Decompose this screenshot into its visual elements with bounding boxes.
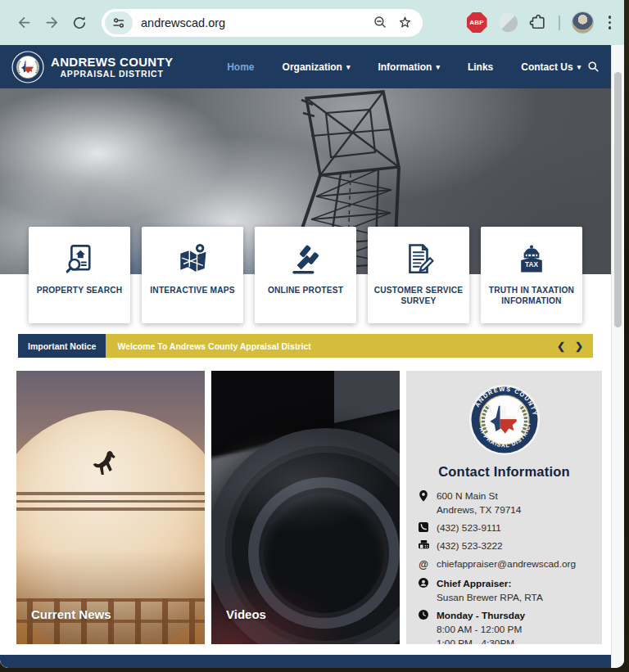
search-icon	[587, 61, 600, 73]
reload-icon	[71, 15, 88, 31]
notice-label: Important Notice	[18, 334, 106, 358]
browser-window: andrewscad.org ABP	[0, 0, 624, 668]
quick-link-label: INTERACTIVE MAPS	[147, 285, 238, 295]
truth-in-taxation-card[interactable]: TAX TRUTH IN TAXATION INFORMATION	[481, 227, 582, 323]
chevron-down-icon: ▾	[577, 63, 581, 71]
reload-button[interactable]	[66, 9, 93, 37]
customer-service-survey-card[interactable]: CUSTOMER SERVICE SURVEY	[368, 227, 469, 323]
notice-prev-button[interactable]: ❮	[557, 341, 565, 352]
nav-organization[interactable]: Organization▾	[283, 61, 351, 73]
district-seal-large: ANDREWS COUNTY APPRAISAL DISTRICT	[468, 384, 541, 456]
back-button[interactable]	[10, 9, 38, 37]
bookmark-button[interactable]	[395, 13, 414, 33]
quick-link-label: TRUTH IN TAXATION INFORMATION	[481, 285, 582, 307]
profile-avatar[interactable]	[572, 11, 594, 34]
current-news-card[interactable]: Current News	[16, 371, 205, 644]
chevron-down-icon: ▾	[346, 63, 351, 71]
nav-information[interactable]: Information▾	[378, 61, 440, 73]
extension-icon-dimmed[interactable]	[499, 13, 518, 32]
browser-toolbar: andrewscad.org ABP	[0, 0, 624, 45]
property-search-icon	[62, 241, 97, 278]
svg-text:TAX: TAX	[525, 261, 538, 268]
interactive-maps-icon	[174, 241, 210, 278]
browser-menu-button[interactable]	[605, 12, 615, 33]
at-sign-icon: @	[418, 557, 429, 572]
clock-icon	[418, 609, 429, 644]
nav-links[interactable]: Links	[468, 61, 493, 73]
footer-bar	[0, 655, 611, 668]
property-search-card[interactable]: PROPERTY SEARCH	[29, 227, 130, 323]
toolbar-extensions-area: ABP	[467, 11, 615, 34]
person-icon	[418, 577, 429, 605]
interactive-maps-card[interactable]: INTERACTIVE MAPS	[142, 227, 243, 323]
page-scrollbar[interactable]	[611, 45, 624, 668]
phone-icon	[418, 521, 429, 535]
location-pin-icon	[418, 489, 429, 517]
scrollbar-thumb[interactable]	[614, 72, 622, 327]
fax-icon	[418, 539, 429, 553]
site-header: ANDREWS COUNTY APPRAISAL DISTRICT Home O…	[0, 45, 611, 88]
url-text[interactable]: andrewscad.org	[141, 16, 365, 29]
site-search-button[interactable]	[587, 61, 600, 73]
address-bar[interactable]: andrewscad.org	[102, 9, 423, 37]
zoom-out-icon	[373, 15, 388, 30]
content-row: Current News Videos	[16, 371, 602, 644]
survey-icon	[401, 241, 436, 278]
notice-message: Welcome To Andrews County Appraisal Dist…	[106, 341, 310, 351]
contact-address: 600 N Main StAndrews, TX 79714	[418, 489, 591, 517]
site-info-button[interactable]	[105, 11, 133, 34]
nav-home[interactable]: Home	[227, 61, 254, 73]
zoom-button[interactable]	[370, 13, 390, 33]
contact-fax: (432) 523-3222	[418, 539, 591, 553]
contact-hours: Monday - Thursday 8:00 AM - 12:00 PM 1:0…	[418, 609, 591, 644]
notice-next-button[interactable]: ❯	[575, 341, 583, 352]
contact-title: Contact Information	[418, 464, 591, 480]
adblock-extension-icon[interactable]: ABP	[467, 12, 487, 33]
tax-building-icon: TAX	[514, 241, 550, 278]
contact-information-panel: ANDREWS COUNTY APPRAISAL DISTRICT	[406, 371, 602, 644]
videos-card[interactable]: Videos	[211, 371, 400, 644]
quick-links-row: PROPERTY SEARCH	[0, 227, 611, 323]
quick-link-label: ONLINE PROTEST	[265, 285, 346, 295]
web-page: ANDREWS COUNTY APPRAISAL DISTRICT Home O…	[0, 45, 611, 668]
quick-link-label: PROPERTY SEARCH	[34, 285, 126, 295]
videos-title: Videos	[226, 607, 266, 621]
district-seal-logo	[11, 51, 44, 83]
brand-text: ANDREWS COUNTY APPRAISAL DISTRICT	[51, 55, 173, 79]
notice-ticker: Important Notice Welcome To Andrews Coun…	[18, 334, 593, 358]
contact-phone[interactable]: (432) 523-9111	[418, 521, 591, 535]
forward-button[interactable]	[38, 9, 66, 37]
nav-contact-us[interactable]: Contact Us▾	[521, 61, 581, 73]
contact-email[interactable]: @ chiefappraiser@andrewscad.org	[418, 557, 591, 572]
online-protest-card[interactable]: ONLINE PROTEST	[255, 227, 356, 323]
site-brand[interactable]: ANDREWS COUNTY APPRAISAL DISTRICT	[11, 51, 173, 83]
main-navigation: Home Organization▾ Information▾ Links Co…	[227, 61, 581, 73]
back-arrow-icon	[16, 14, 33, 31]
contact-chief-appraiser: Chief Appraiser:Susan Brewer RPA, RTA	[418, 577, 591, 605]
quick-link-label: CUSTOMER SERVICE SURVEY	[368, 285, 469, 307]
star-icon	[397, 15, 413, 30]
desktop-background: andrewscad.org ABP	[0, 0, 629, 672]
brand-line2: APPRAISAL DISTRICT	[51, 69, 173, 79]
brand-line1: ANDREWS COUNTY	[51, 55, 173, 69]
extensions-puzzle-icon[interactable]	[529, 14, 547, 32]
toolbar-separator	[559, 16, 560, 30]
chevron-down-icon: ▾	[436, 63, 440, 71]
gavel-icon	[288, 241, 323, 278]
forward-arrow-icon	[43, 14, 61, 31]
tune-icon	[112, 16, 125, 29]
current-news-title: Current News	[31, 607, 111, 621]
